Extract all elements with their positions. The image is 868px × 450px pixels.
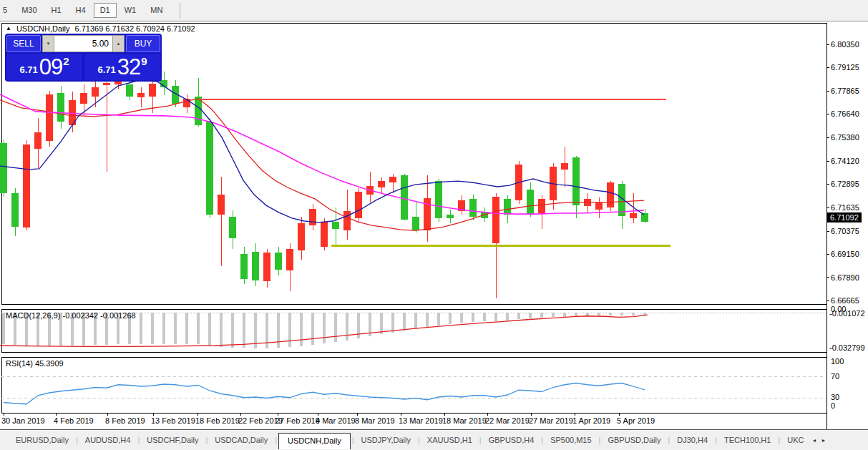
buy-price-pipette: 9 <box>141 55 147 67</box>
chart-tab-usdcnh-daily[interactable]: USDCNH,Daily <box>278 433 351 449</box>
tab-separator: | <box>273 436 278 444</box>
one-click-trading-panel: SELL ▼ ▲ BUY 6.71092 6.71329 <box>5 34 162 82</box>
timeframe-button-h4[interactable]: H4 <box>69 3 92 18</box>
date-axis-label: 5 Apr 2019 <box>617 416 655 425</box>
chart-tabs-bar: EURUSD,Daily|AUDUSD,H4|USDCHF,Daily|USDC… <box>0 429 868 450</box>
sell-price-display[interactable]: 6.71092 <box>6 54 82 80</box>
date-axis-label: 4 Mar 2019 <box>316 416 356 425</box>
sell-price-big-digits: 09 <box>39 56 62 78</box>
date-axis-label: 4 Feb 2019 <box>54 416 94 425</box>
rsi-axis-label: 100 <box>831 357 844 366</box>
price-axis-label: 6.80350 <box>831 40 859 49</box>
date-axis-label: 8 Feb 2019 <box>105 416 145 425</box>
sell-price-pipette: 2 <box>63 55 69 67</box>
buy-price-big-digits: 32 <box>117 56 140 78</box>
mt4-window: 5M30H1H4D1W1MN ▲ USDCNH,Daily 6.71369 6.… <box>0 0 868 450</box>
volume-increase-button[interactable]: ▲ <box>112 35 125 52</box>
timeframe-toolbar: 5M30H1H4D1W1MN <box>0 0 868 21</box>
macd-indicator-label: MACD(12,26,9) -0.002342 -0.001268 <box>6 311 136 320</box>
sell-price-base: 6.71 <box>19 64 37 75</box>
rsi-axis-label: 0 <box>831 401 835 410</box>
buy-price-base: 6.71 <box>97 64 115 75</box>
chart-tab-usdchf-daily[interactable]: USDCHF,Daily <box>141 433 204 447</box>
chart-tab-eurusd-daily[interactable]: EURUSD,Daily <box>10 433 74 447</box>
chart-ohlc-values: 6.71369 6.71632 6.70924 6.71092 <box>74 24 195 33</box>
chart-tab-ukc[interactable]: UKC <box>781 433 809 447</box>
chart-tab-usdcad-daily[interactable]: USDCAD,Daily <box>209 433 273 447</box>
macd-axis-min-label: -0.032799 <box>829 343 865 352</box>
chart-tab-sp500-m15[interactable]: SP500,M15 <box>545 433 597 447</box>
date-axis-label: 18 Mar 2019 <box>442 416 487 425</box>
price-axis-label: 6.67890 <box>831 273 859 282</box>
tab-separator: | <box>598 436 603 444</box>
buy-price-display[interactable]: 6.71329 <box>84 54 160 80</box>
tab-separator: | <box>416 436 421 444</box>
tab-separator: | <box>540 436 545 444</box>
date-axis-label: 13 Mar 2019 <box>399 416 443 425</box>
price-axis-label: 6.70375 <box>831 227 859 235</box>
collapse-icon[interactable]: ▲ <box>6 25 11 31</box>
price-axis-label: 6.75380 <box>831 133 859 142</box>
price-axis-label: 6.79125 <box>831 63 859 72</box>
tab-separator: | <box>713 436 718 444</box>
chevron-up-icon: ▲ <box>117 41 121 46</box>
rsi-axis-label: 70 <box>831 372 839 381</box>
sell-button[interactable]: SELL <box>6 35 41 52</box>
tab-separator: | <box>666 436 671 444</box>
toolbar-separator <box>180 3 180 19</box>
tab-separator: | <box>478 436 483 444</box>
timeframe-button-d1[interactable]: D1 <box>94 3 117 18</box>
volume-spinner: ▼ ▲ <box>42 35 125 52</box>
rsi-indicator-label: RSI(14) 45.3909 <box>6 359 64 368</box>
chart-workspace: ▲ USDCNH,Daily 6.71369 6.71632 6.70924 6… <box>0 21 868 429</box>
rsi-axis-label: 30 <box>831 393 839 401</box>
tab-separator: | <box>204 436 209 444</box>
timeframe-button-mn[interactable]: MN <box>144 3 169 18</box>
date-axis-label: 30 Jan 2019 <box>1 416 45 425</box>
timeframe-button-w1[interactable]: W1 <box>118 3 143 18</box>
date-axis-label: 27 Mar 2019 <box>529 416 573 425</box>
chart-tab-gbpusd-h4[interactable]: GBPUSD,H4 <box>483 433 540 447</box>
timeframe-button-h1[interactable]: H1 <box>45 3 68 18</box>
tab-separator: | <box>776 436 781 444</box>
date-axis-label: 8 Mar 2019 <box>355 416 395 425</box>
tab-separator: | <box>136 436 141 444</box>
date-axis-label: 27 Feb 2019 <box>275 416 320 425</box>
chevron-down-icon: ▼ <box>47 41 51 46</box>
price-axis-label: 6.69150 <box>831 250 859 258</box>
chart-tab-dj30-h4[interactable]: DJ30,H4 <box>671 433 713 447</box>
tabs-scroll-right-icon[interactable]: ► <box>819 436 828 444</box>
price-axis-label: 6.71635 <box>831 203 859 212</box>
price-axis-label: 6.66665 <box>831 296 859 305</box>
chart-tab-gbpusd-daily[interactable]: GBPUSD,Daily <box>602 433 666 447</box>
buy-button[interactable]: BUY <box>126 35 160 52</box>
chart-symbol-label: USDCNH,Daily <box>16 24 70 33</box>
current-price-tag: 6.71092 <box>827 212 862 222</box>
chart-tab-xauusd-h1[interactable]: XAUUSD,H1 <box>421 433 478 447</box>
price-axis-label: 6.74120 <box>831 157 859 165</box>
tab-separator: | <box>74 436 79 444</box>
chart-canvas[interactable] <box>0 21 868 429</box>
price-axis-label: 6.77865 <box>831 87 859 95</box>
volume-input[interactable] <box>54 35 112 52</box>
chart-tab-tech100-h1[interactable]: TECH100,H1 <box>718 433 776 447</box>
timeframe-button-5[interactable]: 5 <box>1 3 14 18</box>
date-axis-label: 13 Feb 2019 <box>151 416 195 425</box>
tabs-scroll-left-icon[interactable]: ◄ <box>809 436 819 444</box>
price-axis-label: 6.72895 <box>831 180 859 188</box>
timeframe-button-m30[interactable]: M30 <box>15 3 43 18</box>
tab-separator: | <box>351 436 356 444</box>
macd-axis-current-label: -0.001072 <box>829 309 865 318</box>
date-axis-label: 18 Feb 2019 <box>195 416 240 425</box>
date-axis-label: 1 Apr 2019 <box>572 416 610 425</box>
price-axis-label: 6.76640 <box>831 109 859 118</box>
volume-decrease-button[interactable]: ▼ <box>42 35 54 52</box>
date-axis-label: 22 Mar 2019 <box>485 416 530 425</box>
chart-tab-usdjpy-daily[interactable]: USDJPY,Daily <box>356 433 417 447</box>
chart-title: ▲ USDCNH,Daily 6.71369 6.71632 6.70924 6… <box>6 24 195 33</box>
chart-tab-audusd-h4[interactable]: AUDUSD,H4 <box>79 433 137 447</box>
